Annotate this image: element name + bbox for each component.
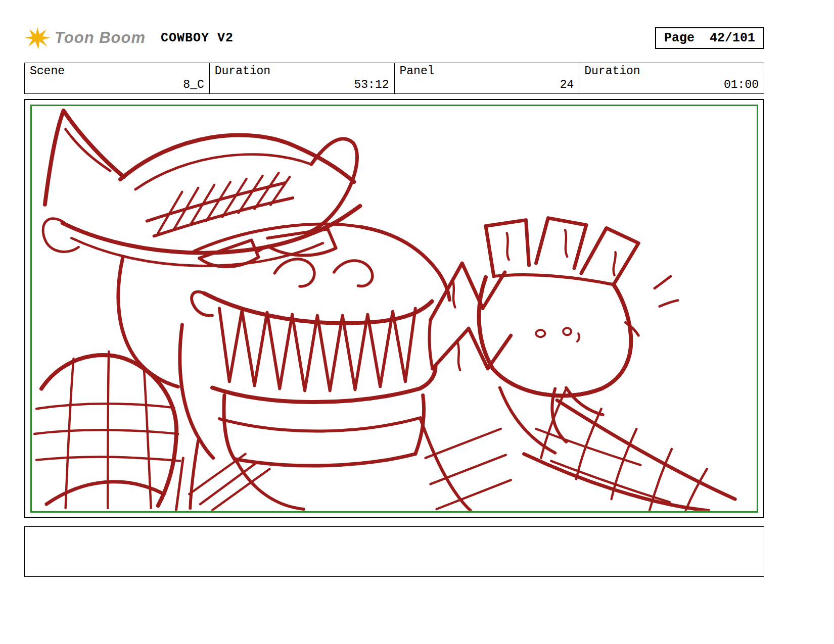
toonboom-starburst-icon [24,26,51,49]
panel-label: Panel [400,65,574,78]
panel-value: 24 [560,78,574,91]
panel-duration-label: Duration [584,65,759,78]
page-value: 42/101 [710,31,755,45]
storyboard-panel [24,99,764,518]
page-number-box: Page 42/101 [655,27,764,49]
scene-duration-value: 53:12 [354,78,389,91]
panel-cell: Panel 24 [395,63,580,93]
scene-value: 8_C [183,78,204,91]
panel-duration-value: 01:00 [724,78,759,91]
page-label: Page [664,31,694,45]
panel-info-bar: Scene 8_C Duration 53:12 Panel 24 Durati… [24,63,764,94]
page-header: Toon Boom COWBOY V2 Page 42/101 [24,25,764,51]
toonboom-logo: Toon Boom [24,26,146,49]
panel-duration-cell: Duration 01:00 [579,63,764,93]
toonboom-logo-text: Toon Boom [55,29,146,47]
scene-label: Scene [30,65,204,78]
storyboard-sketch [32,107,756,511]
storyboard-page: Toon Boom COWBOY V2 Page 42/101 Scene 8_… [0,0,834,644]
scene-cell: Scene 8_C [25,63,210,93]
caption-box [24,526,764,577]
scene-duration-label: Duration [215,65,389,78]
scene-duration-cell: Duration 53:12 [210,63,395,93]
project-title: COWBOY V2 [161,31,234,45]
